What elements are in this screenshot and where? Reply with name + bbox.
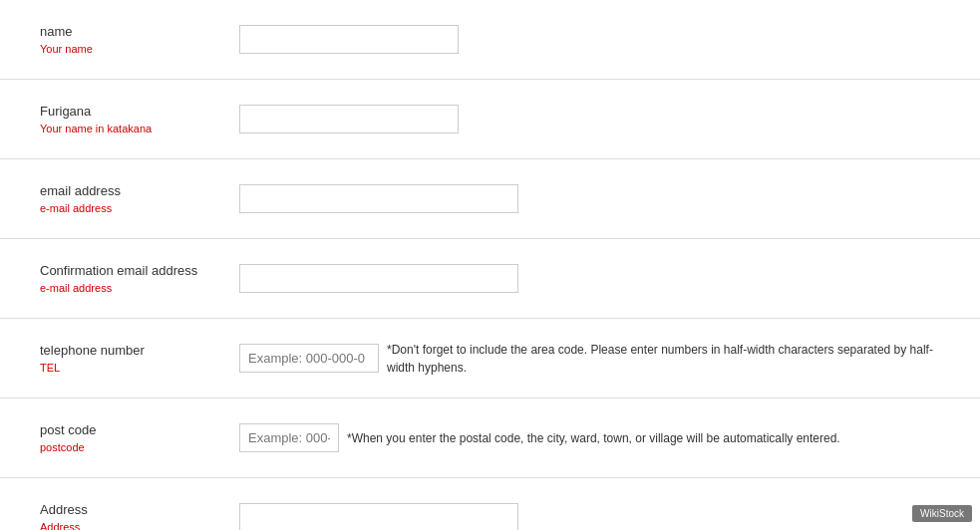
name-label-area: name Your name [40,24,239,55]
postcode-hint: *When you enter the postal code, the cit… [347,429,940,447]
email-confirm-label-main: Confirmation email address [40,263,239,278]
postcode-label-area: post code postcode [40,422,239,453]
email-label-main: email address [40,183,239,198]
telephone-label-sub: TEL [40,362,239,374]
name-input[interactable] [239,25,459,54]
address-row: Address Address [0,478,980,530]
telephone-row: telephone number TEL *Don't forget to in… [0,319,980,398]
name-control-area [239,25,940,54]
email-confirm-input[interactable] [239,264,518,293]
address-control-area [239,503,940,530]
email-label-sub: e-mail address [40,202,239,214]
address-label-area: Address Address [40,502,239,530]
postcode-label-sub: postcode [40,441,239,453]
address-label-main: Address [40,502,239,517]
email-row: email address e-mail address [0,159,980,239]
email-confirm-label-sub: e-mail address [40,282,239,294]
email-confirm-label-area: Confirmation email address e-mail addres… [40,263,239,294]
address-input[interactable] [239,503,518,530]
telephone-label-area: telephone number TEL [40,343,239,374]
furigana-label-area: Furigana Your name in katakana [40,104,239,134]
furigana-control-area [239,105,940,133]
furigana-label-main: Furigana [40,104,239,119]
postcode-input[interactable] [239,423,339,452]
postcode-control-area: *When you enter the postal code, the cit… [239,423,940,452]
watermark: WikiStock [912,505,972,522]
telephone-label-main: telephone number [40,343,239,358]
email-label-area: email address e-mail address [40,183,239,214]
postcode-label-main: post code [40,422,239,437]
postcode-row: post code postcode *When you enter the p… [0,398,980,478]
name-label-main: name [40,24,239,39]
furigana-input[interactable] [239,105,459,133]
telephone-input[interactable] [239,344,379,373]
contact-form: name Your name Furigana Your name in kat… [0,0,980,530]
telephone-control-area: *Don't forget to include the area code. … [239,341,940,377]
furigana-label-sub: Your name in katakana [40,123,239,134]
name-label-sub: Your name [40,43,239,55]
address-label-sub: Address [40,521,239,530]
email-input[interactable] [239,184,518,213]
email-confirm-control-area [239,264,940,293]
email-confirm-row: Confirmation email address e-mail addres… [0,239,980,319]
name-row: name Your name [0,0,980,80]
telephone-hint: *Don't forget to include the area code. … [387,341,940,377]
furigana-row: Furigana Your name in katakana [0,80,980,159]
email-control-area [239,184,940,213]
